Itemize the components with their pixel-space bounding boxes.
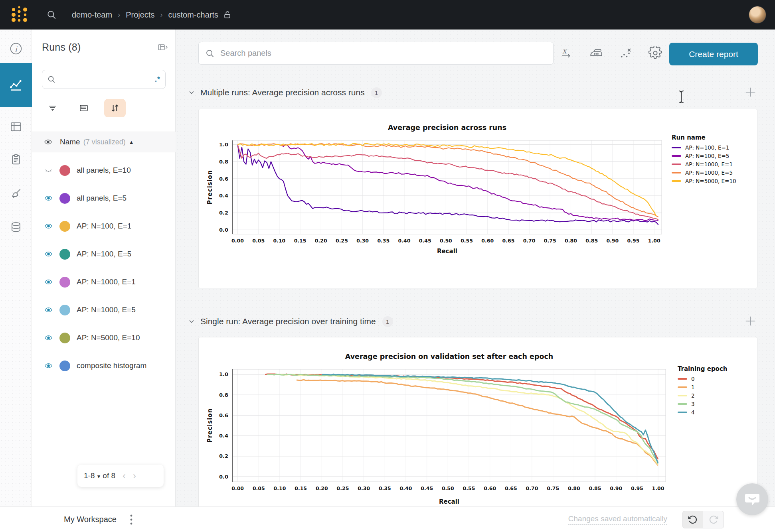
chart-average-precision-per-epoch: Average precision on validation set afte… — [199, 337, 757, 506]
eye-off-icon[interactable] — [43, 166, 53, 174]
sort-runs-button[interactable] — [104, 99, 126, 117]
breadcrumb-project-name[interactable]: custom-charts — [168, 10, 218, 20]
eye-icon[interactable] — [43, 362, 53, 370]
breadcrumb-team[interactable]: demo-team — [72, 10, 112, 20]
svg-text:0.75: 0.75 — [547, 485, 559, 491]
run-row[interactable]: all panels, E=5 — [32, 184, 176, 212]
run-row[interactable]: AP: N=1000, E=5 — [32, 296, 176, 324]
svg-text:0.35: 0.35 — [379, 485, 391, 491]
run-row[interactable]: all panels, E=10 — [32, 156, 176, 184]
breadcrumb-projects[interactable]: Projects — [126, 10, 154, 20]
redo-button[interactable] — [703, 511, 724, 528]
group-runs-button[interactable] — [73, 99, 95, 117]
x-axis-settings-button[interactable]: x — [559, 45, 575, 61]
section-header-multiple-runs: Multiple runs: Average precision across … — [188, 85, 382, 100]
help-chat-button[interactable] — [736, 483, 768, 515]
legend-item: AP: N=100, E=5 — [672, 153, 736, 159]
eye-icon[interactable] — [43, 334, 53, 342]
sort-caret-icon[interactable]: ▲ — [129, 139, 134, 145]
wandb-logo-icon[interactable] — [10, 5, 29, 25]
legend-label: AP: N=5000, E=10 — [685, 178, 736, 184]
eye-icon[interactable] — [43, 194, 53, 202]
legend-item: AP: N=1000, E=5 — [672, 169, 736, 176]
legend-item: 2 — [678, 392, 728, 399]
runs-name-header[interactable]: Name (7 visualized) ▲ — [32, 132, 176, 152]
workspace-settings-button[interactable] — [647, 45, 663, 61]
workspace-name[interactable]: My Workspace — [64, 515, 117, 524]
eye-icon[interactable] — [43, 250, 53, 258]
rail-item-runs-table[interactable] — [0, 112, 32, 141]
search-icon — [47, 75, 56, 84]
run-color-dot — [59, 165, 70, 176]
collapse-section-button[interactable] — [188, 89, 196, 97]
panels-search-input[interactable] — [220, 49, 547, 58]
legend-swatch — [672, 180, 681, 182]
runs-table-expand-button[interactable] — [158, 43, 168, 52]
rail-item-logs[interactable] — [0, 145, 32, 174]
chart-panel-average-precision-per-epoch[interactable]: Average precision on validation set afte… — [198, 337, 757, 506]
chart-legend: Training epoch01234 — [678, 365, 728, 418]
add-panel-button[interactable] — [742, 313, 758, 329]
run-row[interactable]: composite histogram — [32, 352, 176, 380]
legend-item: 0 — [678, 376, 728, 382]
eye-icon[interactable] — [43, 306, 53, 314]
add-panel-button[interactable] — [742, 85, 758, 100]
rail-item-artifacts[interactable] — [0, 213, 32, 242]
svg-text:0.35: 0.35 — [377, 238, 389, 244]
filter-runs-button[interactable] — [42, 99, 63, 117]
chart-panel-average-precision-across-runs[interactable]: Average precision across runs0.000.050.1… — [198, 109, 757, 288]
filter-icon — [47, 103, 58, 113]
legend-swatch — [678, 395, 687, 396]
chart-legend: Run nameAP: N=100, E=1AP: N=100, E=5AP: … — [672, 134, 736, 186]
top-navbar: demo-team › Projects › custom-charts — [0, 0, 775, 30]
svg-text:0.55: 0.55 — [461, 238, 473, 244]
svg-text:Recall: Recall — [439, 498, 459, 505]
panels-search-box — [198, 42, 554, 65]
rail-item-workspace[interactable] — [0, 63, 32, 107]
visibility-eye-icon[interactable] — [43, 138, 53, 146]
run-row[interactable]: AP: N=1000, E=1 — [32, 268, 176, 296]
app-root: demo-team › Projects › custom-charts i — [0, 0, 775, 532]
smoothing-button[interactable] — [588, 45, 604, 61]
outliers-button[interactable] — [618, 45, 634, 61]
next-page-button[interactable]: › — [133, 471, 136, 481]
chart-svg: Average precision on validation set afte… — [199, 337, 758, 506]
global-search-icon[interactable] — [46, 10, 57, 20]
breadcrumb-separator: › — [160, 11, 162, 19]
autosave-status: Changes saved automatically — [568, 514, 667, 525]
svg-text:0.40: 0.40 — [398, 238, 411, 244]
svg-text:0.90: 0.90 — [606, 238, 619, 244]
legend-title: Training epoch — [678, 365, 728, 372]
run-row[interactable]: AP: N=5000, E=10 — [32, 324, 176, 352]
run-row[interactable]: AP: N=100, E=1 — [32, 212, 176, 240]
user-avatar[interactable] — [749, 6, 766, 24]
svg-text:0.4: 0.4 — [219, 433, 228, 439]
regex-toggle[interactable]: .* — [155, 75, 160, 84]
section-title[interactable]: Single run: Average precision over train… — [200, 317, 376, 326]
undo-button[interactable] — [682, 511, 703, 528]
svg-text:0.75: 0.75 — [544, 238, 556, 244]
eye-icon[interactable] — [43, 222, 53, 230]
rail-item-sweeps[interactable] — [0, 179, 32, 208]
svg-text:0.2: 0.2 — [219, 453, 228, 459]
rail-item-overview[interactable]: i — [0, 34, 32, 63]
runs-sidebar: Runs (8) .* Name — [32, 30, 176, 506]
eye-icon[interactable] — [43, 278, 53, 286]
page-size-caret-icon[interactable]: ▼ — [96, 474, 101, 479]
runs-search-input[interactable] — [60, 75, 155, 83]
unlock-icon[interactable] — [223, 10, 232, 20]
collapse-section-button[interactable] — [188, 317, 196, 325]
run-name: AP: N=1000, E=5 — [77, 305, 136, 314]
page-range[interactable]: 1-8 — [84, 471, 95, 480]
workspace-menu-button[interactable] — [130, 512, 133, 528]
run-color-dot — [59, 221, 70, 232]
legend-label: AP: N=1000, E=5 — [685, 169, 733, 176]
redo-icon — [709, 515, 718, 524]
text-cursor-pointer — [677, 90, 686, 105]
plus-icon — [744, 86, 756, 98]
legend-swatch — [672, 147, 681, 148]
prev-page-button[interactable]: ‹ — [123, 471, 126, 481]
run-row[interactable]: AP: N=100, E=5 — [32, 240, 176, 268]
section-title[interactable]: Multiple runs: Average precision across … — [200, 88, 365, 97]
create-report-button[interactable]: Create report — [669, 43, 758, 65]
